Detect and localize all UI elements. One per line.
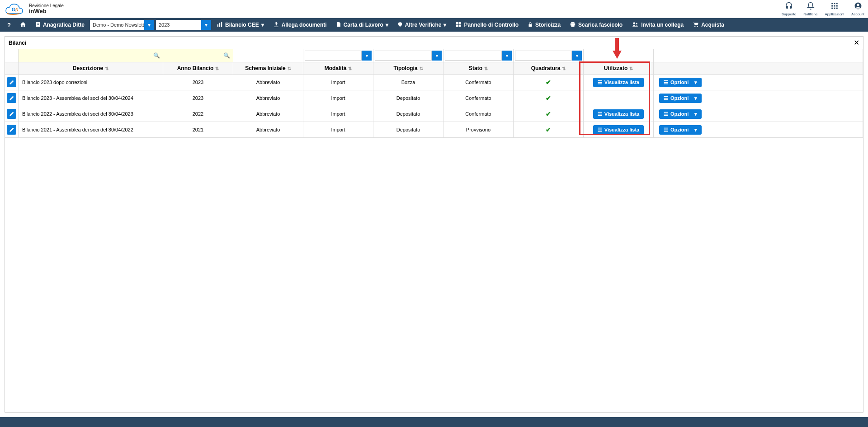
- edit-button[interactable]: [7, 77, 16, 87]
- chevron-down-icon: ▾: [694, 111, 697, 117]
- svg-rect-10: [836, 7, 837, 9]
- opzioni-button[interactable]: ☰ Opzioni ▾: [659, 109, 702, 119]
- dashboard-icon: [455, 21, 462, 29]
- filter-row: 🔍 🔍 ▾ ▾ ▾ ▾: [5, 49, 863, 62]
- sort-icon: ⇅: [420, 66, 423, 71]
- cell-opzioni: ☰ Opzioni ▾: [654, 122, 863, 137]
- lock-icon: [528, 21, 533, 29]
- pannello-controllo-button[interactable]: Pannello di Controllo: [452, 18, 522, 32]
- chevron-down-icon[interactable]: ▾: [432, 51, 442, 61]
- table-body: Bilancio 2023 dopo correzioni2023Abbrevi…: [5, 75, 863, 138]
- cell-descrizione: Bilancio 2023 dopo correzioni: [19, 75, 163, 90]
- shield-icon: [397, 21, 403, 29]
- header-anno[interactable]: Anno Bilancio⇅: [163, 62, 233, 74]
- cell-stato: Confermato: [443, 90, 514, 106]
- svg-rect-9: [834, 7, 835, 9]
- sort-icon: ⇅: [105, 66, 108, 71]
- chevron-down-icon: ▾: [261, 22, 264, 28]
- svg-rect-18: [217, 24, 218, 27]
- allega-documenti-button[interactable]: Allega documenti: [269, 18, 330, 32]
- visualizza-lista-button[interactable]: ☰ Visualizza lista: [593, 78, 644, 87]
- support-button[interactable]: Supporto: [782, 2, 796, 16]
- chevron-down-icon[interactable]: ▾: [144, 20, 154, 30]
- list-icon: ☰: [664, 111, 668, 117]
- svg-rect-8: [831, 7, 833, 9]
- apps-button[interactable]: Applicazioni: [825, 2, 844, 16]
- logo-area: G β Revisione Legale inWeb: [4, 2, 64, 16]
- svg-rect-25: [529, 24, 532, 27]
- cell-opzioni: ☰ Opzioni ▾: [654, 106, 863, 122]
- cell-utilizzato: ☰ Visualizza lista: [584, 75, 654, 90]
- home-button[interactable]: [16, 18, 30, 32]
- svg-rect-5: [831, 5, 833, 6]
- table-row: Bilancio 2023 dopo correzioni2023Abbrevi…: [5, 75, 863, 90]
- opzioni-button[interactable]: ☰ Opzioni ▾: [659, 94, 702, 103]
- upload-icon: [273, 21, 279, 29]
- filter-descrizione[interactable]: 🔍: [19, 49, 163, 62]
- svg-rect-3: [834, 3, 835, 4]
- sort-icon: ⇅: [484, 66, 488, 71]
- svg-rect-28: [571, 25, 575, 27]
- account-button[interactable]: Account: [851, 2, 864, 16]
- filter-anno-input[interactable]: [165, 53, 231, 58]
- bilancio-cee-button[interactable]: Bilancio CEE ▾: [213, 18, 268, 32]
- grid-icon: [825, 2, 844, 12]
- edit-button[interactable]: [7, 109, 16, 119]
- arrow-annotation: [610, 37, 624, 61]
- header-utilizzato[interactable]: Utilizzato⇅: [584, 62, 654, 74]
- altre-verifiche-button[interactable]: Altre Verifiche ▾: [394, 18, 450, 32]
- header-descrizione[interactable]: Descrizione⇅: [19, 62, 163, 74]
- check-icon: ✔: [546, 94, 551, 102]
- year-select[interactable]: 2023 ▾: [156, 20, 211, 30]
- cell-quadratura: ✔: [514, 122, 584, 137]
- chevron-down-icon[interactable]: ▾: [201, 20, 211, 30]
- table-row: Bilancio 2021 - Assemblea dei soci del 3…: [5, 122, 863, 138]
- edit-button[interactable]: [7, 93, 16, 103]
- svg-rect-13: [36, 22, 40, 27]
- close-button[interactable]: ✕: [854, 38, 859, 47]
- header-stato[interactable]: Stato⇅: [443, 62, 514, 74]
- help-button[interactable]: ?: [4, 18, 14, 32]
- storicizza-button[interactable]: Storicizza: [524, 18, 564, 32]
- chevron-down-icon[interactable]: ▾: [502, 51, 512, 61]
- user-icon: [851, 2, 864, 12]
- opzioni-button[interactable]: ☰ Opzioni ▾: [659, 78, 702, 87]
- filter-modalita[interactable]: ▾: [303, 49, 373, 62]
- svg-rect-20: [221, 22, 222, 27]
- svg-rect-15: [38, 23, 39, 23]
- anagrafica-button[interactable]: Anagrafica Ditte: [32, 18, 88, 32]
- header-schema[interactable]: Schema Iniziale⇅: [233, 62, 303, 74]
- visualizza-lista-button[interactable]: ☰ Visualizza lista: [593, 109, 644, 119]
- filter-anno[interactable]: 🔍: [163, 49, 233, 62]
- acquista-button[interactable]: Acquista: [689, 18, 728, 32]
- home-icon: [20, 21, 26, 29]
- visualizza-lista-button[interactable]: ☰ Visualizza lista: [593, 125, 644, 135]
- header-opzioni: [654, 62, 863, 74]
- header-tipologia[interactable]: Tipologia⇅: [373, 62, 443, 74]
- company-select[interactable]: Demo - Demo Newsletter S ▾: [90, 20, 154, 30]
- filter-quadratura[interactable]: ▾: [514, 49, 584, 62]
- users-icon: [632, 21, 639, 29]
- chevron-down-icon[interactable]: ▾: [572, 51, 582, 61]
- building-icon: [35, 21, 41, 29]
- carta-lavoro-button[interactable]: Carta di Lavoro ▾: [332, 18, 392, 32]
- chevron-down-icon[interactable]: ▾: [362, 51, 372, 61]
- question-icon: ?: [7, 22, 11, 28]
- notifications-button[interactable]: Notifiche: [803, 2, 817, 16]
- cell-quadratura: ✔: [514, 75, 584, 90]
- logo-line2: inWeb: [29, 8, 64, 14]
- filter-descrizione-input[interactable]: [20, 53, 161, 58]
- filter-stato[interactable]: ▾: [443, 49, 514, 62]
- svg-rect-6: [834, 5, 835, 6]
- scarica-fascicolo-button[interactable]: Scarica fascicolo: [566, 18, 626, 32]
- svg-rect-21: [456, 22, 458, 24]
- header-modalita[interactable]: Modalità⇅: [303, 62, 373, 74]
- cell-tipologia: Depositato: [373, 106, 443, 122]
- opzioni-button[interactable]: ☰ Opzioni ▾: [659, 125, 702, 135]
- filter-tipologia[interactable]: ▾: [373, 49, 443, 62]
- cell-anno: 2023: [163, 75, 233, 90]
- header-quadratura[interactable]: Quadratura⇅: [514, 62, 584, 74]
- check-icon: ✔: [546, 79, 551, 86]
- edit-button[interactable]: [7, 125, 16, 135]
- invita-collega-button[interactable]: Invita un collega: [628, 18, 687, 32]
